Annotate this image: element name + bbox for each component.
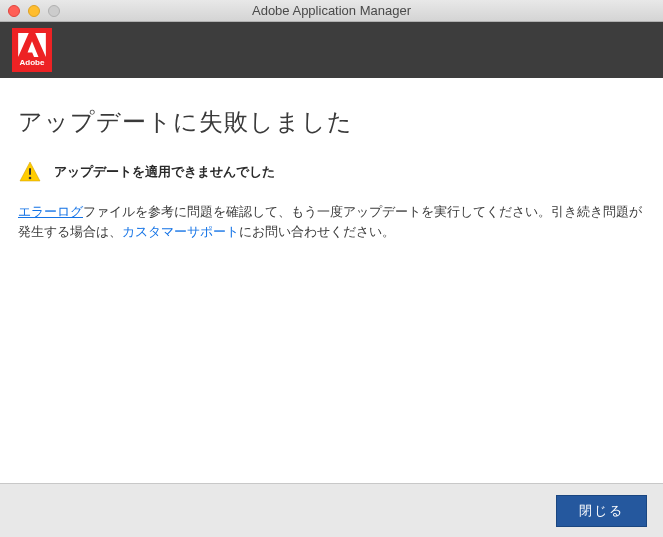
- page-title: アップデートに失敗しました: [18, 106, 645, 138]
- body-text-part2: にお問い合わせください。: [239, 225, 395, 239]
- body-text: エラーログファイルを参考に問題を確認して、もう一度アップデートを実行してください…: [18, 202, 645, 242]
- footer-bar: 閉じる: [0, 483, 663, 537]
- close-button[interactable]: 閉じる: [556, 495, 647, 527]
- application-window: Adobe Application Manager Adobe アップデートに失…: [0, 0, 663, 537]
- window-title: Adobe Application Manager: [0, 3, 663, 18]
- header-bar: Adobe: [0, 22, 663, 78]
- adobe-logo-text: Adobe: [20, 58, 45, 67]
- traffic-lights: [0, 5, 60, 17]
- warning-icon: [18, 160, 42, 184]
- svg-rect-0: [29, 168, 31, 175]
- warning-row: アップデートを適用できませんでした: [18, 160, 645, 184]
- customer-support-link[interactable]: カスタマーサポート: [122, 225, 239, 239]
- svg-point-1: [29, 177, 32, 180]
- content-area: アップデートに失敗しました アップデートを適用できませんでした エラーログファイ…: [0, 78, 663, 483]
- maximize-window-button: [48, 5, 60, 17]
- adobe-logo: Adobe: [12, 28, 52, 72]
- error-log-link[interactable]: エラーログ: [18, 205, 83, 219]
- warning-message: アップデートを適用できませんでした: [54, 164, 275, 181]
- adobe-a-icon: [18, 33, 46, 57]
- minimize-window-button[interactable]: [28, 5, 40, 17]
- close-window-button[interactable]: [8, 5, 20, 17]
- titlebar: Adobe Application Manager: [0, 0, 663, 22]
